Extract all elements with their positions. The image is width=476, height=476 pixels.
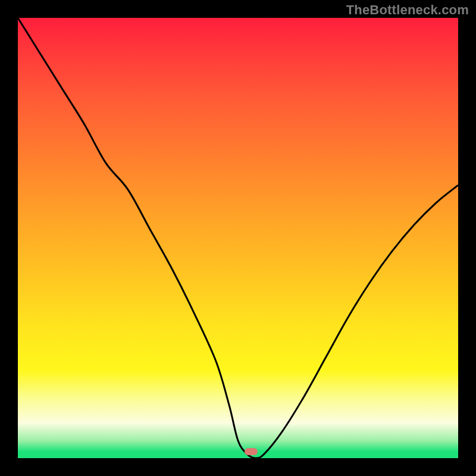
bottleneck-curve: [18, 18, 458, 458]
watermark-label: TheBottleneck.com: [346, 2, 469, 18]
minimum-marker: [245, 448, 258, 455]
plot-area: [18, 18, 458, 458]
curve-svg: [18, 18, 458, 458]
